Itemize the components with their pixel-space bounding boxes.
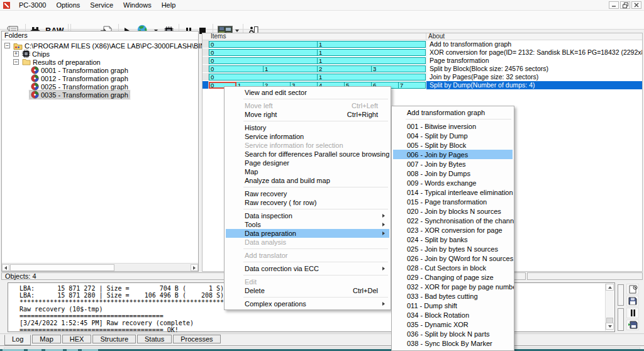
tree-expander[interactable]: − bbox=[4, 43, 10, 48]
pause-log-button[interactable] bbox=[626, 308, 639, 318]
menubar-item-pc-3000[interactable]: PC-3000 bbox=[14, 0, 51, 11]
context-menu-item-raw-recovery[interactable]: Raw recovery bbox=[226, 189, 389, 198]
tree-node[interactable]: 0025 - Transformation graph bbox=[2, 82, 198, 91]
menubar-item-help[interactable]: Help bbox=[157, 0, 181, 11]
save-log-button[interactable] bbox=[626, 296, 639, 306]
tab-status[interactable]: Status bbox=[137, 335, 172, 343]
tree-node[interactable]: −Results of preparation bbox=[2, 58, 198, 66]
context-menu-item-data-preparation[interactable]: Data preparation bbox=[226, 229, 389, 238]
items-row[interactable]: 01XOR conversion for page(ID= 2132: Sand… bbox=[203, 48, 642, 57]
tab-structure[interactable]: Structure bbox=[92, 335, 136, 343]
submenu-item-036-split-by-block-n-parts[interactable]: 036 - Split by block N parts bbox=[393, 329, 513, 338]
context-menu-item-page-designer[interactable]: Page designer bbox=[226, 159, 389, 167]
item-cell[interactable]: 0 bbox=[209, 65, 264, 72]
about-cell[interactable]: Page transformation bbox=[426, 57, 642, 65]
context-menu-item-data-correction-via-ecc[interactable]: Data correction via ECC bbox=[226, 264, 389, 273]
tree-node[interactable]: 0012 - Transformation graph bbox=[2, 74, 198, 82]
menubar-item-service[interactable]: Service bbox=[85, 0, 118, 11]
scroll-right-button[interactable] bbox=[191, 264, 198, 271]
context-menu-item-map[interactable]: Map bbox=[226, 167, 389, 176]
submenu-item-032-xor-for-page-by-page-number[interactable]: 032 - XOR for page by page number bbox=[393, 282, 513, 291]
submenu-item-005-split-by-block[interactable]: 005 - Split by Block bbox=[393, 140, 513, 150]
submenu-item-034-block-rotation[interactable]: 034 - Block Rotation bbox=[393, 310, 513, 320]
submenu-item-022-synchronisation-of-the-channels[interactable]: 022 - Synchronisation of the channels bbox=[393, 216, 513, 225]
submenu-item-035-dynamic-xor[interactable]: 035 - Dynamic XOR bbox=[393, 320, 513, 329]
scrollbar-thumb[interactable] bbox=[10, 264, 114, 271]
save-log-as-button[interactable] bbox=[626, 320, 639, 330]
context-menu-item-edit[interactable]: Edit bbox=[226, 277, 389, 286]
context-menu-item-data-analysis[interactable]: Data analysis bbox=[226, 238, 389, 247]
about-cell[interactable]: Split by Block(Block size: 24576 sectors… bbox=[426, 65, 642, 73]
item-cell[interactable]: 1 bbox=[317, 74, 426, 81]
submenu-item-014-typical-interleave-elimination[interactable]: 014 - Typical interleave elimination bbox=[393, 187, 513, 197]
tree-node[interactable]: 0001 - Transformation graph bbox=[2, 66, 198, 74]
menubar-item-options[interactable]: Options bbox=[51, 0, 85, 11]
submenu-item-026-join-by-qword-for-n-sources[interactable]: 026 - Join by QWord for N sources bbox=[393, 254, 513, 263]
restore-button[interactable] bbox=[620, 1, 630, 9]
context-menu-item-move-right[interactable]: Move rightCtrl+Right bbox=[226, 110, 389, 119]
item-cell[interactable]: 1 bbox=[317, 41, 426, 48]
submenu-item-011-dump-shift[interactable]: 011 - Dump shift bbox=[393, 301, 513, 310]
item-cell[interactable]: 2 bbox=[317, 65, 372, 72]
items-row[interactable]: 0123Split by Block(Block size: 24576 sec… bbox=[203, 65, 642, 73]
tab-map[interactable]: Map bbox=[32, 335, 60, 343]
item-cell[interactable]: 3 bbox=[371, 65, 426, 72]
folders-horizontal-scrollbar[interactable] bbox=[2, 263, 198, 271]
context-menu-item-move-left[interactable]: Move leftCtrl+Left bbox=[226, 101, 389, 110]
submenu-item-007-join-by-bytes[interactable]: 007 - Join by Bytes bbox=[393, 159, 513, 169]
submenu-item-008-join-by-dumps[interactable]: 008 - Join by Dumps bbox=[393, 169, 513, 178]
submenu-item-023-xor-conversion-for-page[interactable]: 023 - XOR conversion for page bbox=[393, 225, 513, 235]
submenu-item-001-bitwise-inversion[interactable]: 001 - Bitwise inversion bbox=[393, 121, 513, 131]
submenu-item-add-transformation-graph[interactable]: Add transformation graph bbox=[393, 108, 513, 117]
tree-node[interactable]: +Chips bbox=[2, 50, 198, 58]
item-cell[interactable]: 1 bbox=[317, 49, 426, 56]
submenu-item-024-split-by-banks[interactable]: 024 - Split by banks bbox=[393, 235, 513, 244]
submenu-item-029-changing-of-page-size[interactable]: 029 - Changing of page size bbox=[393, 272, 513, 282]
splitter-upper-handle[interactable] bbox=[618, 284, 624, 306]
close-button[interactable] bbox=[631, 1, 641, 9]
menubar-item-windows[interactable]: Windows bbox=[118, 0, 157, 11]
scroll-up-button[interactable] bbox=[606, 284, 614, 291]
about-cell[interactable]: Add to transformation graph bbox=[426, 40, 642, 48]
context-menu-item-search-for-differences-parallel-source-browsing[interactable]: Search for differences Parallel source b… bbox=[226, 150, 389, 159]
submenu-item-015-page-transformation[interactable]: 015 - Page transformation bbox=[393, 197, 513, 206]
item-cell[interactable]: 0 bbox=[209, 74, 318, 81]
context-menu-item-add-translator[interactable]: Add translator bbox=[226, 251, 389, 260]
items-row[interactable]: 01Join by Pages(Page size: 32 sectors) bbox=[203, 73, 642, 81]
items-row[interactable]: 01Page transformation bbox=[203, 57, 642, 65]
tree-expander[interactable]: − bbox=[13, 59, 19, 65]
context-menu-item-raw-recovery-for-row-[interactable]: Raw recovery ( for row) bbox=[226, 198, 389, 207]
item-cell[interactable]: 7 bbox=[398, 82, 426, 89]
tree-node[interactable]: −C:\PROGRAM FILES (X86)\ACE LAB\PC-3000F… bbox=[2, 42, 198, 50]
tab-hex[interactable]: HEX bbox=[62, 335, 92, 343]
splitter-lower-handle[interactable] bbox=[618, 308, 624, 331]
about-cell[interactable]: Split by Dump(Number of dumps: 4) bbox=[426, 81, 642, 89]
context-menu-item-delete[interactable]: DeleteCtrl+Del bbox=[226, 286, 389, 295]
item-cell[interactable]: 1 bbox=[317, 57, 426, 64]
submenu-item-033-bad-bytes-cutting[interactable]: 033 - Bad bytes cutting bbox=[393, 291, 513, 301]
submenu-item-004-split-by-dump[interactable]: 004 - Split by Dump bbox=[393, 131, 513, 140]
submenu-item-028-cut-sectors-in-block[interactable]: 028 - Cut Sectors in block bbox=[393, 263, 513, 272]
scroll-left-button[interactable] bbox=[2, 264, 9, 271]
tree-expander[interactable]: + bbox=[13, 51, 19, 57]
item-cell[interactable]: 1 bbox=[263, 65, 318, 72]
item-cell[interactable]: 0 bbox=[209, 41, 318, 48]
log-settings-button[interactable] bbox=[626, 284, 639, 294]
minimize-button[interactable] bbox=[609, 1, 619, 9]
about-cell[interactable]: XOR conversion for page(ID= 2132: Sandis… bbox=[426, 48, 642, 57]
log-vertical-scrollbar[interactable] bbox=[605, 284, 614, 331]
context-menu-item-service-information-for-selection[interactable]: Service information for selection bbox=[226, 141, 389, 150]
submenu-item-025-join-by-bytes-n-sources[interactable]: 025 - Join by bytes N sources bbox=[393, 244, 513, 254]
context-menu-item-history[interactable]: History bbox=[226, 123, 389, 132]
context-menu-item-complex-operations[interactable]: Complex operations bbox=[226, 299, 389, 308]
context-menu-item-tools[interactable]: Tools bbox=[226, 220, 389, 229]
log-splitter[interactable] bbox=[618, 284, 624, 331]
context-menu-item-analyze-data-and-build-map[interactable]: Analyze data and build map bbox=[226, 176, 389, 185]
tab-processes[interactable]: Processes bbox=[173, 335, 220, 343]
about-cell[interactable]: Join by Pages(Page size: 32 sectors) bbox=[426, 73, 642, 81]
tab-log[interactable]: Log bbox=[4, 335, 31, 345]
scroll-down-button[interactable] bbox=[606, 323, 614, 330]
context-menu-item-data-inspection[interactable]: Data inspection bbox=[226, 211, 389, 220]
items-row[interactable]: 01Add to transformation graph bbox=[203, 40, 642, 48]
submenu-item-009-words-exchange[interactable]: 009 - Words exchange bbox=[393, 178, 513, 187]
